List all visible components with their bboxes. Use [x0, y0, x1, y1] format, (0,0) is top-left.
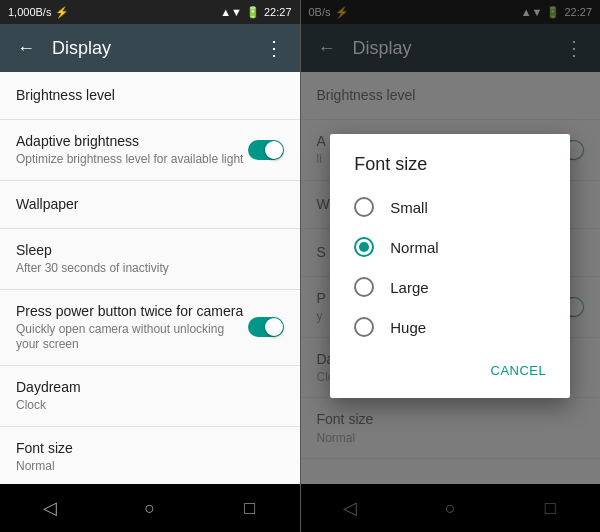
- adaptive-toggle[interactable]: [248, 140, 284, 160]
- setting-daydream[interactable]: Daydream Clock: [0, 366, 300, 427]
- setting-brightness[interactable]: Brightness level: [0, 72, 300, 120]
- sleep-sublabel: After 30 seconds of inactivity: [16, 261, 284, 277]
- radio-large[interactable]: [354, 277, 374, 297]
- left-back-button[interactable]: ←: [8, 30, 44, 66]
- back-icon: ←: [17, 38, 35, 59]
- setting-adaptive[interactable]: Adaptive brightness Optimize brightness …: [0, 120, 300, 181]
- daydream-label: Daydream: [16, 378, 284, 396]
- dialog-label-large: Large: [390, 279, 428, 296]
- nav-home-button[interactable]: ○: [126, 484, 174, 532]
- dialog-option-large[interactable]: Large: [330, 267, 570, 307]
- dialog-option-small[interactable]: Small: [330, 187, 570, 227]
- fontsize-label: Font size: [16, 439, 284, 457]
- adaptive-sublabel: Optimize brightness level for available …: [16, 152, 248, 168]
- radio-small[interactable]: [354, 197, 374, 217]
- camera-text: Press power button twice for camera Quic…: [16, 302, 248, 353]
- left-status-right: ▲▼ 🔋 22:27: [220, 6, 291, 19]
- wallpaper-label: Wallpaper: [16, 195, 284, 213]
- setting-sleep[interactable]: Sleep After 30 seconds of inactivity: [0, 229, 300, 290]
- dialog-option-huge[interactable]: Huge: [330, 307, 570, 347]
- brightness-label: Brightness level: [16, 86, 284, 104]
- more-icon: ⋮: [264, 36, 284, 60]
- font-size-dialog: Font size Small Normal Large Huge CANCEL: [330, 134, 570, 398]
- daydream-sublabel: Clock: [16, 398, 284, 414]
- left-settings-list: Brightness level Adaptive brightness Opt…: [0, 72, 300, 484]
- battery-icon: 🔋: [246, 6, 260, 19]
- camera-label: Press power button twice for camera: [16, 302, 248, 320]
- adaptive-text: Adaptive brightness Optimize brightness …: [16, 132, 248, 168]
- camera-sublabel: Quickly open camera without unlocking yo…: [16, 322, 248, 353]
- radio-normal[interactable]: [354, 237, 374, 257]
- time: 22:27: [264, 6, 292, 18]
- brightness-text: Brightness level: [16, 86, 284, 104]
- network-speed: 1,000B/s: [8, 6, 51, 18]
- daydream-text: Daydream Clock: [16, 378, 284, 414]
- dialog-label-small: Small: [390, 199, 428, 216]
- nav-back-icon: ◁: [43, 497, 57, 519]
- bolt-icon: ⚡: [55, 6, 69, 19]
- wallpaper-text: Wallpaper: [16, 195, 284, 213]
- left-status-network: 1,000B/s ⚡: [8, 6, 69, 19]
- nav-back-button[interactable]: ◁: [26, 484, 74, 532]
- dialog-cancel-button[interactable]: CANCEL: [483, 355, 555, 386]
- dialog-overlay: Font size Small Normal Large Huge CANCEL: [301, 0, 601, 532]
- fontsize-text: Font size Normal: [16, 439, 284, 475]
- nav-recent-icon: □: [244, 498, 255, 519]
- nav-recent-button[interactable]: □: [226, 484, 274, 532]
- right-panel: 0B/s ⚡ ▲▼ 🔋 22:27 ← Display ⋮ Brightness…: [301, 0, 601, 532]
- dialog-option-normal[interactable]: Normal: [330, 227, 570, 267]
- camera-toggle[interactable]: [248, 317, 284, 337]
- dialog-label-normal: Normal: [390, 239, 438, 256]
- left-app-title: Display: [52, 38, 256, 59]
- signal-icon: ▲▼: [220, 6, 242, 18]
- left-more-button[interactable]: ⋮: [256, 30, 292, 66]
- setting-wallpaper[interactable]: Wallpaper: [0, 181, 300, 229]
- radio-huge[interactable]: [354, 317, 374, 337]
- setting-fontsize[interactable]: Font size Normal: [0, 427, 300, 484]
- fontsize-sublabel: Normal: [16, 459, 284, 475]
- nav-home-icon: ○: [144, 498, 155, 519]
- left-nav-bar: ◁ ○ □: [0, 484, 300, 532]
- left-status-bar: 1,000B/s ⚡ ▲▼ 🔋 22:27: [0, 0, 300, 24]
- left-panel: 1,000B/s ⚡ ▲▼ 🔋 22:27 ← Display ⋮ Bright…: [0, 0, 300, 532]
- adaptive-label: Adaptive brightness: [16, 132, 248, 150]
- dialog-title: Font size: [330, 134, 570, 187]
- sleep-label: Sleep: [16, 241, 284, 259]
- dialog-actions: CANCEL: [330, 347, 570, 398]
- left-app-bar: ← Display ⋮: [0, 24, 300, 72]
- sleep-text: Sleep After 30 seconds of inactivity: [16, 241, 284, 277]
- setting-camera[interactable]: Press power button twice for camera Quic…: [0, 290, 300, 366]
- dialog-label-huge: Huge: [390, 319, 426, 336]
